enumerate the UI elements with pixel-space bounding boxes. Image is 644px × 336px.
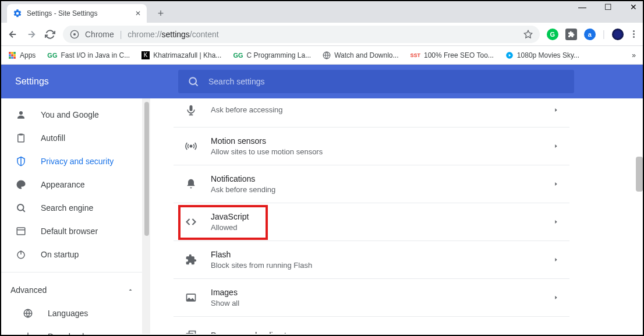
setting-text: Images Show all — [211, 287, 540, 309]
setting-motion-sensors[interactable]: Motion sensors Allow sites to use motion… — [174, 128, 569, 165]
search-input[interactable] — [208, 77, 565, 86]
setting-images[interactable]: Images Show all — [174, 279, 569, 317]
power-icon — [15, 249, 27, 260]
search-icon — [187, 76, 199, 87]
maximize-button[interactable]: ☐ — [602, 2, 614, 12]
favicon-globe-icon — [323, 51, 331, 59]
extension-a-icon[interactable]: a — [584, 29, 596, 40]
setting-flash[interactable]: Flash Block sites from running Flash — [174, 241, 569, 279]
close-window-button[interactable]: ✕ — [628, 2, 639, 12]
setting-text: JavaScript Allowed — [211, 211, 540, 233]
sidebar-item-autofill[interactable]: Autofill — [1, 126, 150, 150]
url-bar[interactable]: Chrome | chrome://settings/content — [63, 26, 540, 43]
profile-avatar[interactable] — [612, 29, 624, 40]
apps-grid-icon — [8, 51, 16, 59]
sidebar-item-default-browser[interactable]: Default browser — [1, 220, 150, 243]
bookmark-overflow-icon[interactable]: » — [632, 51, 636, 59]
gear-icon — [13, 9, 22, 18]
extension-icons: G a | — [547, 28, 637, 40]
bookmark-item[interactable]: Watch and Downlo... — [323, 51, 398, 59]
sidebar-item-advanced[interactable]: Advanced — [1, 278, 150, 302]
svg-rect-9 — [9, 56, 10, 59]
toolbar: Chrome | chrome://settings/content G a | — [1, 23, 643, 46]
favicon-play-icon — [505, 51, 514, 59]
bookmark-item[interactable]: KKhatrimazafull | Kha... — [141, 51, 221, 59]
settings-list: Ask before accessing Motion sensors Allo… — [174, 98, 569, 334]
person-icon — [15, 109, 27, 120]
extension-grammarly-icon[interactable]: G — [547, 29, 558, 40]
popup-icon — [184, 330, 198, 334]
svg-point-15 — [189, 77, 196, 84]
window-controls: — ☐ ✕ — [576, 2, 639, 12]
sidebar-item-you-and-google[interactable]: You and Google — [1, 103, 150, 126]
sensors-icon — [184, 140, 198, 152]
chevron-up-icon — [127, 287, 134, 293]
svg-rect-3 — [9, 52, 10, 54]
scrollbar-thumb[interactable] — [144, 102, 149, 236]
svg-rect-18 — [19, 134, 23, 136]
forward-button[interactable] — [26, 29, 37, 40]
puzzle-icon — [184, 254, 198, 266]
svg-rect-20 — [17, 228, 25, 235]
titlebar: Settings - Site Settings ✕ + — ☐ ✕ — [1, 1, 643, 23]
sidebar-item-search-engine[interactable]: Search engine — [1, 196, 150, 220]
extension-puzzle-icon[interactable] — [565, 29, 577, 40]
sidebar-item-privacy[interactable]: Privacy and security — [1, 150, 150, 173]
close-tab-icon[interactable]: ✕ — [135, 9, 141, 17]
svg-point-16 — [19, 111, 23, 115]
browser-tab[interactable]: Settings - Site Settings ✕ — [7, 4, 147, 23]
settings-header: Settings — [1, 65, 643, 98]
sidebar-item-downloads[interactable]: Downloads — [1, 325, 150, 336]
sidebar-item-languages[interactable]: Languages — [1, 302, 150, 325]
chevron-right-icon — [553, 295, 559, 300]
bookmark-item[interactable]: 1080p Movies Sky... — [505, 51, 579, 59]
sidebar-scrollbar[interactable] — [142, 98, 150, 334]
reload-button[interactable] — [44, 29, 56, 40]
chevron-right-icon — [553, 107, 559, 113]
globe-icon — [22, 308, 34, 319]
svg-rect-4 — [11, 52, 13, 54]
svg-rect-17 — [18, 135, 24, 142]
bookmark-star-icon[interactable] — [523, 30, 533, 39]
setting-text: Ask before accessing — [211, 105, 540, 115]
bookmark-item[interactable]: SST100% Free SEO Too... — [411, 51, 494, 59]
svg-rect-7 — [11, 54, 13, 56]
svg-marker-2 — [524, 30, 532, 38]
bookmark-item[interactable]: GGC Programming La... — [233, 51, 311, 59]
chevron-right-icon — [553, 257, 559, 263]
setting-popups[interactable]: Pop-ups and redirects — [174, 317, 569, 334]
svg-rect-6 — [9, 54, 10, 56]
setting-text: Notifications Ask before sending — [211, 173, 540, 195]
new-tab-button[interactable]: + — [153, 5, 169, 22]
setting-javascript[interactable]: JavaScript Allowed — [174, 203, 569, 241]
svg-point-26 — [190, 145, 192, 147]
bell-icon — [184, 178, 198, 190]
main-content: Ask before accessing Motion sensors Allo… — [150, 98, 643, 334]
search-settings[interactable] — [178, 70, 574, 93]
chevron-right-icon — [553, 333, 559, 334]
bookmark-item[interactable]: GGFast I/O in Java in C... — [47, 51, 130, 59]
setting-text: Pop-ups and redirects — [211, 330, 540, 334]
setting-microphone[interactable]: Ask before accessing — [174, 98, 569, 128]
bookmark-apps[interactable]: Apps — [8, 51, 36, 59]
bookmark-bar: Apps GGFast I/O in Java in C... KKhatrim… — [1, 46, 643, 65]
sidebar: You and Google Autofill Privacy and secu… — [1, 98, 150, 334]
chevron-right-icon — [553, 143, 559, 149]
download-icon — [22, 331, 34, 336]
favicon-gfg-icon: GG — [233, 52, 243, 59]
favicon-k-icon: K — [141, 51, 150, 59]
url-text: Chrome | chrome://settings/content — [85, 30, 219, 39]
page-scrollbar-thumb[interactable] — [636, 157, 643, 192]
site-info-icon[interactable] — [70, 30, 79, 39]
sidebar-item-on-startup[interactable]: On startup — [1, 243, 150, 266]
setting-text: Motion sensors Allow sites to use motion… — [211, 135, 540, 157]
sidebar-item-appearance[interactable]: Appearance — [1, 173, 150, 196]
back-button[interactable] — [7, 29, 19, 40]
svg-rect-8 — [13, 54, 16, 56]
page-title: Settings — [15, 76, 178, 87]
minimize-button[interactable]: — — [576, 2, 588, 12]
svg-point-19 — [17, 204, 24, 211]
kebab-menu[interactable] — [631, 28, 637, 40]
setting-notifications[interactable]: Notifications Ask before sending — [174, 165, 569, 203]
chevron-right-icon — [553, 181, 559, 187]
